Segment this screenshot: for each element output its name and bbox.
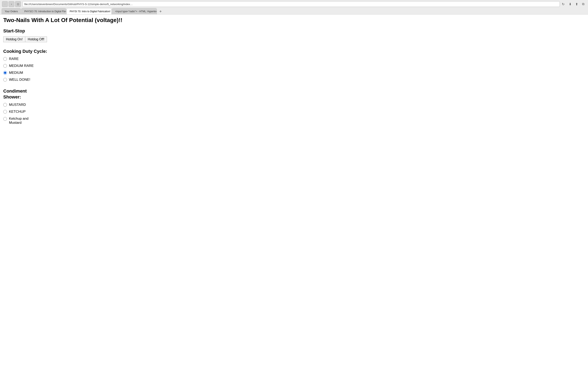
tab-input-radio[interactable]: <input type="radio"> - HTML: Hypertext M… — [112, 8, 157, 14]
cooking-option-medium-rare[interactable]: MEDIUM RARE — [3, 64, 181, 68]
cooking-label-well-done: WELL DONE! — [9, 78, 30, 82]
page-content: Two-Nails With A Lot Of Potential (volta… — [0, 15, 184, 134]
reload-icon: ↻ — [562, 2, 564, 6]
back-icon: ‹ — [4, 2, 6, 6]
cooking-option-rare[interactable]: RARE — [3, 57, 181, 61]
tab-physi-70-active[interactable]: PHYSI 70: Intro to Digital Fabrication! — [67, 8, 112, 14]
download-icon: ⬇ — [569, 2, 571, 6]
condiment-label-ketchup: KETCHUP — [9, 110, 26, 114]
browser-toolbar: ‹ › ⊡ file:///Users/stevenbreen/Document… — [0, 0, 588, 8]
hotdog-button-group: Hotdog On! Hotdog Off! — [3, 36, 181, 42]
tabs-bar: Your Orders PHYSCI 70: Introduction to D… — [0, 8, 588, 14]
condiment-option-both[interactable]: Ketchup andMustard — [3, 117, 181, 125]
new-tab-button[interactable]: + — [158, 8, 163, 14]
nav-buttons: ‹ › ⊡ — [2, 1, 21, 7]
address-bar-wrapper: file:///Users/stevenbreen/Documents/GitH… — [22, 1, 566, 7]
forward-button[interactable]: › — [9, 1, 14, 7]
sidebar-icon: ⊡ — [17, 3, 19, 6]
condiment-radio-both[interactable] — [3, 117, 7, 121]
cooking-radio-group: RARE MEDIUM RARE MEDIUM WELL DONE! — [3, 57, 181, 82]
cooking-radio-well-done[interactable] — [3, 78, 7, 82]
window-button[interactable]: ⧉ — [580, 1, 586, 7]
condiment-option-mustard[interactable]: MUSTARD — [3, 103, 181, 107]
condiment-radio-mustard[interactable] — [3, 103, 7, 107]
cooking-radio-medium-rare[interactable] — [3, 64, 7, 68]
cooking-label-medium: MEDIUM — [9, 71, 23, 75]
back-button[interactable]: ‹ — [2, 1, 8, 7]
browser-chrome: ‹ › ⊡ file:///Users/stevenbreen/Document… — [0, 0, 588, 15]
share-button[interactable]: ⬆ — [574, 1, 579, 7]
sidebar-button[interactable]: ⊡ — [15, 1, 21, 7]
cooking-heading: Cooking Duty Cycle: — [3, 49, 181, 54]
reload-button[interactable]: ↻ — [561, 2, 566, 7]
condiment-radio-group: MUSTARD KETCHUP Ketchup andMustard — [3, 103, 181, 125]
condiment-label-both: Ketchup andMustard — [9, 117, 28, 125]
condiment-section: CondimentShower: MUSTARD KETCHUP Ketchup… — [3, 88, 181, 125]
tab-physci-70[interactable]: PHYSCI 70: Introduction to Digital Fbrei… — [21, 8, 66, 14]
cooking-label-medium-rare: MEDIUM RARE — [9, 64, 34, 68]
start-stop-section: Start-Stop Hotdog On! Hotdog Off! — [3, 28, 181, 42]
cooking-option-well-done[interactable]: WELL DONE! — [3, 78, 181, 82]
condiment-label-mustard: MUSTARD — [9, 103, 26, 107]
cooking-option-medium[interactable]: MEDIUM — [3, 71, 181, 75]
condiment-option-ketchup[interactable]: KETCHUP — [3, 110, 181, 114]
cooking-radio-medium[interactable] — [3, 71, 7, 75]
condiment-radio-ketchup[interactable] — [3, 110, 7, 114]
tab-your-orders[interactable]: Your Orders — [2, 8, 21, 14]
hotdog-off-button[interactable]: Hotdog Off! — [25, 36, 47, 42]
condiment-heading: CondimentShower: — [3, 88, 181, 100]
cooking-section: Cooking Duty Cycle: RARE MEDIUM RARE MED… — [3, 49, 181, 82]
share-icon: ⬆ — [575, 2, 578, 6]
window-icon: ⧉ — [582, 2, 584, 6]
hotdog-on-button[interactable]: Hotdog On! — [3, 36, 25, 42]
browser-actions: ⬇ ⬆ ⧉ — [567, 1, 586, 7]
start-stop-heading: Start-Stop — [3, 28, 181, 34]
forward-icon: › — [11, 2, 12, 6]
cooking-label-rare: RARE — [9, 57, 18, 61]
page-title: Two-Nails With A Lot Of Potential (volta… — [3, 17, 181, 24]
address-bar[interactable]: file:///Users/stevenbreen/Documents/GitH… — [22, 1, 560, 7]
download-button[interactable]: ⬇ — [567, 1, 573, 7]
cooking-radio-rare[interactable] — [3, 57, 7, 61]
